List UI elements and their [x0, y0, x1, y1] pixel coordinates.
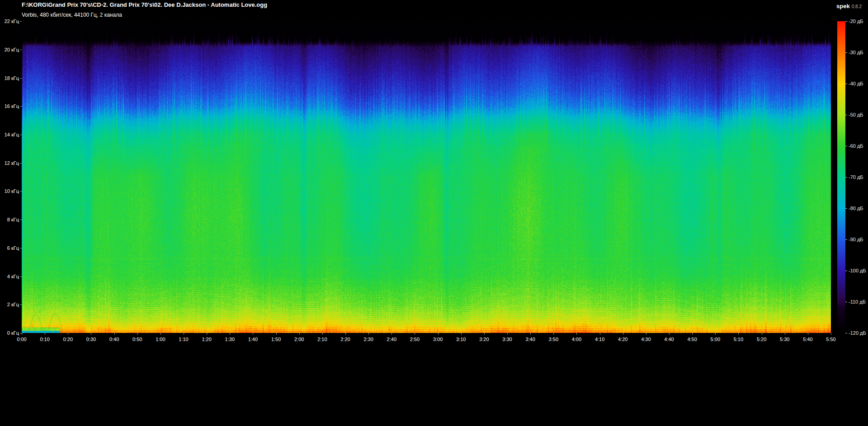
freq-tick	[20, 248, 22, 248]
db-scale-label: -60 дБ	[849, 143, 863, 149]
time-axis-label: 3:50	[549, 337, 558, 342]
time-axis-label: 5:20	[757, 337, 766, 342]
freq-tick	[20, 163, 22, 164]
time-tick	[669, 333, 670, 335]
db-tick	[845, 239, 847, 240]
db-scale-label: -120 дБ	[849, 330, 866, 336]
app-version: 0.8.2	[852, 4, 862, 9]
db-tick	[845, 177, 847, 178]
time-tick	[507, 333, 508, 335]
time-tick	[114, 333, 115, 335]
freq-axis-label: 0 кГц	[2, 330, 19, 336]
time-tick	[576, 333, 577, 335]
time-tick	[45, 333, 45, 335]
time-tick	[415, 333, 415, 335]
freq-tick	[20, 135, 22, 135]
file-path-title: F:\KORG\Grand Prix 70's\CD-2. Grand Prix…	[22, 1, 267, 8]
time-axis-label: 3:40	[525, 337, 535, 342]
time-axis-label: 3:10	[456, 337, 466, 342]
time-axis-label: 1:30	[225, 337, 235, 342]
time-tick	[368, 333, 369, 335]
time-axis-label: 0:30	[86, 337, 96, 342]
time-tick	[808, 333, 808, 335]
time-axis-label: 5:30	[780, 337, 789, 342]
time-axis-label: 2:10	[317, 337, 327, 342]
db-scale-label: -110 дБ	[849, 299, 866, 304]
db-tick	[845, 115, 847, 115]
time-tick	[322, 333, 323, 335]
time-axis-label: 5:50	[826, 337, 835, 342]
time-tick	[484, 333, 485, 335]
time-tick	[276, 333, 277, 335]
freq-axis-label: 16 кГц	[2, 103, 19, 109]
freq-axis-label: 8 кГц	[2, 217, 19, 222]
db-tick	[845, 208, 847, 209]
time-axis-label: 4:40	[664, 337, 674, 342]
db-tick	[845, 302, 847, 302]
freq-tick	[20, 276, 22, 277]
time-tick	[623, 333, 623, 335]
time-tick	[207, 333, 207, 335]
time-axis-label: 1:00	[156, 337, 165, 342]
time-axis-label: 1:40	[248, 337, 258, 342]
time-axis-label: 4:00	[572, 337, 581, 342]
time-tick	[253, 333, 253, 335]
freq-axis-label: 14 кГц	[2, 132, 19, 137]
time-axis-label: 2:30	[363, 337, 373, 342]
db-tick	[845, 21, 847, 22]
time-axis-label: 5:40	[803, 337, 812, 342]
time-tick	[230, 333, 230, 335]
db-scale-label: -90 дБ	[849, 237, 863, 242]
spectrogram	[22, 21, 831, 333]
freq-tick	[20, 220, 22, 220]
time-axis-label: 4:50	[687, 337, 697, 342]
time-tick	[160, 333, 161, 335]
db-scale-label: -80 дБ	[849, 206, 863, 211]
time-axis-label: 1:10	[179, 337, 188, 342]
time-axis-label: 1:50	[271, 337, 281, 342]
db-colorbar	[837, 21, 845, 333]
db-tick	[845, 52, 847, 53]
app-brand: spek0.8.2	[836, 2, 862, 10]
freq-tick	[20, 106, 22, 107]
stream-info: Vorbis, 480 кбит/сек, 44100 Гц, 2 канала	[22, 12, 122, 18]
time-tick	[715, 333, 716, 335]
db-tick	[845, 333, 847, 333]
time-axis-label: 5:00	[711, 337, 720, 342]
time-tick	[22, 333, 22, 335]
time-tick	[91, 333, 91, 335]
time-tick	[738, 333, 739, 335]
time-axis-label: 0:50	[132, 337, 142, 342]
time-tick	[785, 333, 785, 335]
time-axis-label: 3:00	[433, 337, 443, 342]
time-axis-label: 2:40	[387, 337, 396, 342]
freq-tick	[20, 191, 22, 192]
db-scale-label: -40 дБ	[849, 81, 863, 86]
freq-tick	[20, 78, 22, 79]
time-tick	[438, 333, 439, 335]
time-tick	[831, 333, 831, 335]
time-tick	[530, 333, 531, 335]
time-axis-label: 4:30	[641, 337, 651, 342]
db-scale-label: -100 дБ	[849, 268, 866, 273]
time-axis-label: 4:10	[595, 337, 604, 342]
time-tick	[299, 333, 300, 335]
time-tick	[692, 333, 693, 335]
time-tick	[68, 333, 68, 335]
db-scale-label: -70 дБ	[849, 174, 863, 180]
time-axis-label: 0:10	[40, 337, 49, 342]
app-name: spek	[836, 3, 850, 9]
spek-window: F:\KORG\Grand Prix 70's\CD-2. Grand Prix…	[0, 0, 868, 426]
time-tick	[184, 333, 184, 335]
db-scale-label: -50 дБ	[849, 112, 863, 117]
time-axis-label: 3:30	[502, 337, 512, 342]
freq-axis-label: 22 кГц	[2, 19, 19, 24]
time-axis-label: 2:50	[410, 337, 420, 342]
time-axis-label: 0:20	[63, 337, 73, 342]
db-scale-label: -20 дБ	[849, 19, 863, 24]
time-axis-label: 2:00	[294, 337, 304, 342]
db-tick	[845, 271, 847, 271]
time-tick	[345, 333, 346, 335]
freq-axis-label: 20 кГц	[2, 47, 19, 52]
freq-tick	[20, 21, 22, 22]
